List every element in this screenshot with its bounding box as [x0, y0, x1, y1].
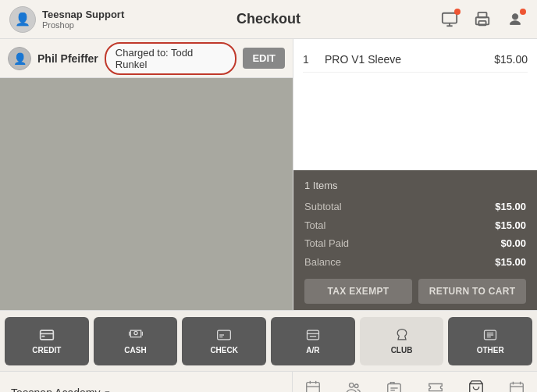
svg-point-24 [350, 383, 354, 387]
svg-rect-5 [478, 20, 485, 25]
bottom-nav-left: Teesnap Academy ▼ [0, 372, 293, 392]
user-icon-btn[interactable] [503, 7, 528, 32]
tax-exempt-button[interactable]: TAX EXEMPT [304, 279, 412, 304]
ar-button[interactable]: A/R [271, 317, 355, 365]
items-count: 1 Items [304, 180, 526, 191]
print-icon-btn[interactable] [470, 7, 495, 32]
svg-rect-30 [510, 383, 524, 392]
svg-rect-0 [443, 12, 457, 23]
svg-rect-13 [307, 330, 318, 340]
cart-items: 1 PRO V1 Sleeve $15.00 [293, 39, 537, 170]
check-button[interactable]: CHECK [182, 317, 266, 365]
svg-point-9 [133, 331, 137, 334]
svg-rect-6 [40, 330, 53, 340]
chevron-down-icon: ▼ [103, 389, 111, 393]
edit-button[interactable]: EDIT [243, 48, 285, 69]
right-panel: 1 PRO V1 Sleeve $15.00 1 Items Subtotal … [293, 39, 537, 310]
other-icon [482, 327, 498, 343]
sidebar-item-tickets[interactable]: Tickets [415, 372, 456, 392]
academy-button[interactable]: Teesnap Academy ▼ [11, 387, 111, 392]
svg-rect-3 [478, 12, 487, 16]
summary-grid: Subtotal Total Total Paid Balance $15.00… [304, 198, 526, 271]
svg-rect-20 [307, 382, 320, 392]
customer-bar: 👤 Phil Pfeiffer Charged to: Todd Runkel … [0, 39, 293, 78]
subtotal-value: $15.00 [495, 198, 526, 216]
tee-sheet-icon [304, 380, 322, 393]
cart-icon [468, 380, 485, 393]
store-avatar: 👤 [9, 6, 36, 33]
monitor-icon-btn[interactable] [437, 7, 462, 32]
sidebar-item-tee-sheet[interactable]: Tee Sheet [293, 372, 333, 392]
cash-button[interactable]: CASH [94, 317, 178, 365]
return-to-cart-button[interactable]: RETURN TO CART [418, 279, 526, 304]
tickets-icon [427, 380, 444, 393]
charged-to-pill: Charged to: Todd Runkel [105, 42, 237, 75]
other-button[interactable]: OTHER [448, 317, 532, 365]
ar-icon [305, 327, 321, 343]
user-badge [520, 9, 526, 15]
item-price: $15.00 [494, 53, 528, 66]
sidebar-item-purchases[interactable]: Purchases [496, 372, 537, 392]
summary-buttons: TAX EXEMPT RETURN TO CART [304, 279, 526, 304]
summary-values: $15.00 $15.00 $0.00 $15.00 [495, 198, 526, 271]
table-row: 1 PRO V1 Sleeve $15.00 [303, 47, 528, 73]
monitor-badge [454, 9, 461, 15]
credit-button[interactable]: CREDIT [5, 317, 89, 365]
sidebar-item-cart[interactable]: Cart [456, 372, 496, 392]
header-store-info: Teesnap Support Proshop [42, 9, 124, 30]
credit-icon [39, 327, 55, 343]
summary-labels: Subtotal Total Total Paid Balance [304, 198, 349, 271]
print-icon [474, 11, 491, 28]
tabs-icon [386, 380, 403, 393]
bottom-nav: Teesnap Academy ▼ Tee Sheet Customers [0, 371, 537, 392]
left-content [0, 78, 293, 310]
svg-rect-8 [41, 336, 44, 337]
subtotal-label: Subtotal [304, 198, 349, 216]
header-left: 👤 Teesnap Support Proshop [9, 6, 124, 33]
header: 👤 Teesnap Support Proshop Checkout [0, 0, 537, 39]
check-icon [216, 327, 232, 343]
summary-area: 1 Items Subtotal Total Total Paid Balanc… [293, 170, 537, 310]
total-paid-value: $0.00 [495, 234, 526, 252]
sidebar-item-tabs[interactable]: Tabs [374, 372, 414, 392]
balance-label: Balance [304, 253, 349, 271]
item-name: PRO V1 Sleeve [318, 53, 494, 66]
total-paid-label: Total Paid [304, 234, 349, 252]
club-icon [394, 327, 410, 343]
bottom-nav-right: Tee Sheet Customers Tabs [293, 372, 537, 392]
store-sub: Proshop [42, 20, 124, 30]
main-area: 👤 Phil Pfeiffer Charged to: Todd Runkel … [0, 39, 537, 310]
payment-buttons: CREDIT CASH CHECK A/R CLUB [0, 310, 537, 371]
total-value: $15.00 [495, 216, 526, 234]
header-icons [437, 7, 528, 32]
svg-point-25 [355, 383, 359, 387]
item-qty: 1 [303, 53, 318, 66]
purchases-icon [508, 380, 525, 393]
total-label: Total [304, 216, 349, 234]
customers-icon [345, 380, 362, 393]
customer-name: Phil Pfeiffer [37, 52, 98, 65]
club-button[interactable]: CLUB [360, 317, 444, 365]
sidebar-item-customers[interactable]: Customers [333, 372, 374, 392]
academy-label: Teesnap Academy [11, 387, 100, 392]
store-name: Teesnap Support [42, 9, 124, 20]
customer-avatar: 👤 [8, 47, 31, 70]
left-panel: 👤 Phil Pfeiffer Charged to: Todd Runkel … [0, 39, 293, 310]
balance-value: $15.00 [495, 253, 526, 271]
page-title: Checkout [236, 11, 301, 27]
cash-icon [128, 327, 144, 343]
